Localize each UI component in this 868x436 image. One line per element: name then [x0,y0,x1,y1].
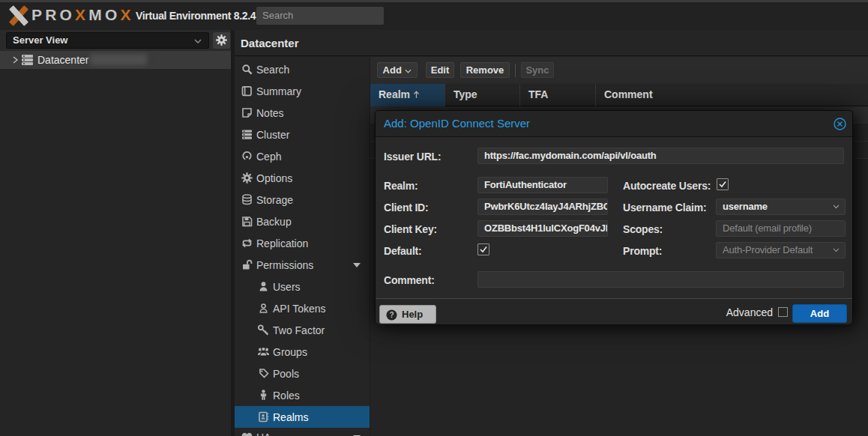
svg-text:?: ? [389,311,394,319]
